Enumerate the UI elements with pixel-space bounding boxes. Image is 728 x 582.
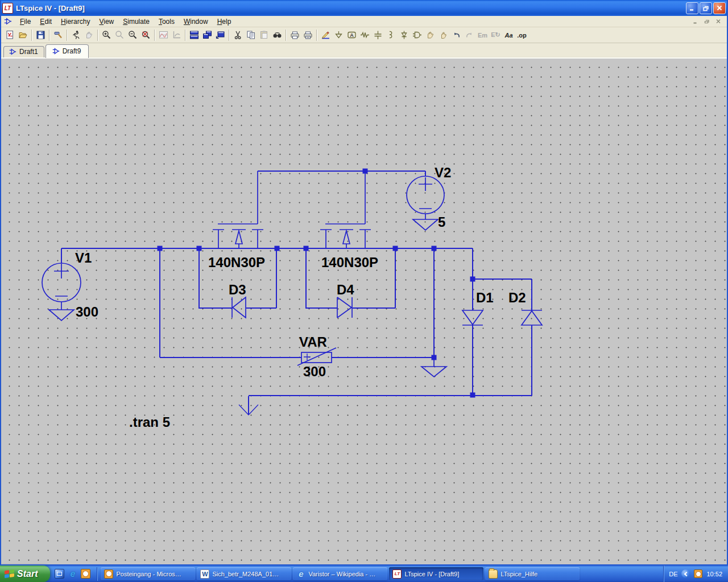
- voltage-source-v1[interactable]: V1 300: [42, 250, 98, 321]
- diode-d4[interactable]: D4: [337, 282, 354, 318]
- rotate-button[interactable]: E↻: [489, 28, 502, 42]
- diode-button[interactable]: [398, 28, 411, 42]
- schematic-drawing[interactable]: V1 300 V2 5 140N30P 140N30P D3 D4 D1: [0, 59, 728, 566]
- menu-item[interactable]: Simulate: [118, 16, 154, 27]
- title-bar[interactable]: LT LTspice IV - [Draft9]: [0, 0, 728, 16]
- task-button-label: LTspice_Hilfe: [500, 571, 537, 577]
- clock-time[interactable]: 10:52: [706, 571, 722, 577]
- label-v2-ref[interactable]: V2: [435, 165, 451, 180]
- label-v1-ref[interactable]: V1: [75, 250, 92, 265]
- mdi-close-button[interactable]: [713, 17, 723, 26]
- tile-horizontal-button[interactable]: [188, 28, 201, 42]
- paste-button[interactable]: [258, 28, 271, 42]
- taskbar-button[interactable]: Posteingang - Micros…: [101, 567, 195, 580]
- quick-launch-icon[interactable]: [55, 569, 64, 579]
- mosfet-m1[interactable]: 140N30P: [208, 171, 265, 270]
- move-button[interactable]: [424, 28, 437, 42]
- print-button[interactable]: [301, 28, 315, 42]
- autorange-button[interactable]: [170, 28, 183, 42]
- taskbar-button[interactable]: Varistor – Wikipedia - …: [293, 567, 387, 580]
- zoom-out-button[interactable]: [126, 28, 139, 42]
- resistor-button[interactable]: [358, 28, 371, 42]
- label-d3-ref[interactable]: D3: [229, 282, 246, 297]
- toolbar: A Em E↻ Aa .op: [0, 27, 728, 43]
- close-button[interactable]: [713, 2, 726, 14]
- schematic-canvas[interactable]: V1 300 V2 5 140N30P 140N30P D3 D4 D1: [0, 59, 728, 566]
- mdi-minimize-button[interactable]: [690, 17, 701, 26]
- control-panel-button[interactable]: [52, 28, 65, 42]
- drag-button[interactable]: [437, 28, 450, 42]
- tile-vertical-button[interactable]: [201, 28, 214, 42]
- system-tray: DE 10:52: [664, 566, 728, 582]
- label-v2-value[interactable]: 5: [438, 214, 445, 230]
- halt-button[interactable]: [82, 28, 96, 42]
- mdi-restore-button[interactable]: [702, 17, 712, 26]
- hide-icons-chevron-icon[interactable]: [681, 569, 690, 578]
- menu-item[interactable]: Hierarchy: [56, 16, 94, 27]
- varistor[interactable]: VAR 300: [297, 334, 336, 379]
- label-m1-value[interactable]: 140N30P: [208, 255, 265, 270]
- spice-directive-button[interactable]: .op: [515, 28, 528, 42]
- voltage-source-v2[interactable]: V2 5: [407, 165, 451, 230]
- minimize-button[interactable]: [686, 2, 698, 14]
- capacitor-icon: [373, 30, 383, 40]
- spice-directive-text[interactable]: .tran 5: [129, 414, 170, 430]
- toolbar-separator: [154, 30, 155, 41]
- cascade-button[interactable]: [214, 28, 227, 42]
- save-button[interactable]: [34, 28, 47, 42]
- taskbar-button[interactable]: Sich_betr_M248A_01…: [197, 567, 291, 580]
- draw-wire-button[interactable]: [319, 28, 332, 42]
- text-button[interactable]: Aa: [502, 28, 515, 42]
- diode-d2[interactable]: D2: [508, 290, 542, 325]
- document-tab[interactable]: Draft9: [46, 44, 89, 58]
- waveform-plot-button[interactable]: [157, 28, 170, 42]
- inductor-button[interactable]: [384, 28, 398, 42]
- zoom-full-extents-button[interactable]: [139, 28, 152, 42]
- language-indicator[interactable]: DE: [669, 571, 677, 577]
- mirror-button[interactable]: Em: [476, 28, 489, 42]
- label-d2-ref[interactable]: D2: [508, 290, 526, 305]
- zoom-in-button[interactable]: [100, 28, 113, 42]
- tray-clock-icon[interactable]: [694, 569, 702, 578]
- label-d1-ref[interactable]: D1: [476, 290, 494, 305]
- open-button[interactable]: [16, 28, 30, 42]
- ground-symbol-middle[interactable]: [421, 360, 446, 377]
- quick-launch-icon[interactable]: [68, 569, 77, 579]
- zoom-back-button[interactable]: [113, 28, 126, 42]
- run-button[interactable]: [69, 28, 82, 42]
- copy-button[interactable]: [245, 28, 258, 42]
- label-d4-ref[interactable]: D4: [337, 282, 354, 297]
- document-tab[interactable]: Draft1: [3, 46, 44, 57]
- label-m2-value[interactable]: 140N30P: [321, 255, 378, 270]
- label-net-button[interactable]: A: [345, 28, 358, 42]
- label-var-value[interactable]: 300: [303, 364, 326, 379]
- start-button[interactable]: Start: [0, 566, 50, 582]
- find-button[interactable]: [271, 28, 284, 42]
- diode-d1[interactable]: D1: [462, 290, 494, 325]
- undo-button[interactable]: [450, 28, 463, 42]
- menu-item[interactable]: Tools: [154, 16, 179, 27]
- restore-button[interactable]: [700, 2, 712, 14]
- taskbar-button[interactable]: LTspice_Hilfe: [485, 567, 580, 580]
- quick-launch-icon[interactable]: [81, 569, 90, 579]
- cut-button[interactable]: [231, 28, 245, 42]
- menu-item[interactable]: View: [94, 16, 118, 27]
- taskbar-button[interactable]: LTspice IV - [Draft9]: [389, 567, 483, 580]
- ground-button[interactable]: [332, 28, 345, 42]
- label-v1-value[interactable]: 300: [76, 304, 98, 319]
- new-schematic-button[interactable]: [3, 28, 16, 42]
- wire-network[interactable]: [61, 171, 532, 396]
- mosfet-m2[interactable]: 140N30P: [320, 171, 378, 270]
- label-var-ref[interactable]: VAR: [299, 334, 327, 350]
- taskbar: Start Posteingang - Micros… Sich_betr_M2…: [0, 566, 728, 582]
- menu-item[interactable]: Edit: [35, 16, 56, 27]
- redo-button[interactable]: [463, 28, 476, 42]
- capacitor-button[interactable]: [371, 28, 384, 42]
- component-button[interactable]: [411, 28, 424, 42]
- minimize-icon: [693, 19, 698, 24]
- menu-item[interactable]: Window: [179, 16, 213, 27]
- diode-d3[interactable]: D3: [229, 282, 246, 318]
- menu-item[interactable]: File: [15, 16, 35, 27]
- print-preview-button[interactable]: [288, 28, 301, 42]
- menu-item[interactable]: Help: [213, 16, 236, 27]
